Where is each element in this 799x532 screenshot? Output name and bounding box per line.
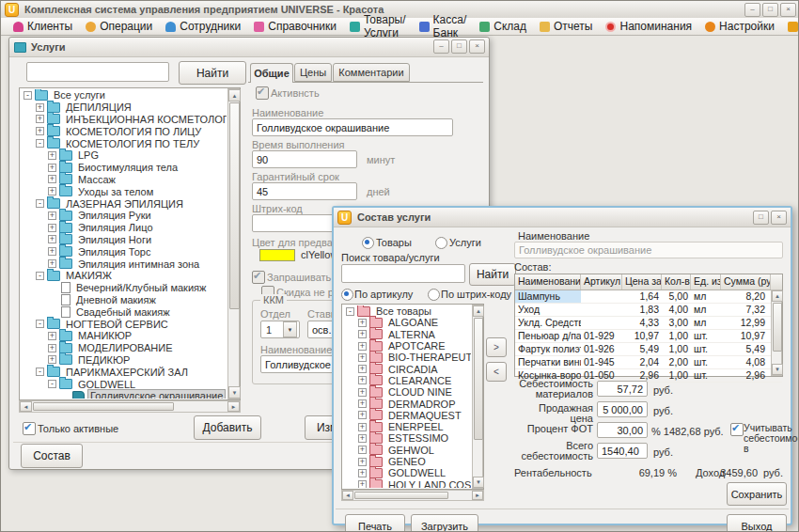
tree-expand-toggle[interactable]: - — [48, 380, 56, 388]
scroll-up-icon[interactable]: ▲ — [228, 89, 241, 102]
ask-checkbox[interactable] — [252, 271, 265, 284]
by-article-radio[interactable] — [341, 289, 353, 301]
tree-expand-toggle[interactable]: + — [36, 127, 44, 135]
service-search-input[interactable] — [26, 62, 169, 82]
table-row[interactable]: Фартук полиэти. 01-926 5,49 1,00 шт. 5,4… — [515, 343, 782, 356]
tab-comments[interactable]: Комментарии — [333, 63, 410, 82]
exit-button[interactable]: Выход — [727, 514, 787, 532]
active-checkbox[interactable] — [256, 86, 269, 100]
tab-general[interactable]: Общие — [250, 63, 293, 83]
remove-item-button[interactable]: < — [486, 362, 507, 382]
table-vertical-scrollbar[interactable]: ▲ ▼ — [771, 289, 782, 376]
minimize-button[interactable]: – — [744, 3, 760, 17]
tree-expand-toggle[interactable]: + — [48, 175, 56, 183]
tree-expand-toggle[interactable]: + — [358, 330, 367, 338]
by-barcode-radio[interactable] — [428, 289, 440, 301]
tree-expand-toggle[interactable]: + — [358, 458, 367, 466]
tree-item[interactable]: - ЛАЗЕРНАЯ ЭПИЛЯЦИЯ — [21, 197, 227, 210]
scroll-down-icon[interactable]: ▼ — [772, 364, 783, 375]
services-maximize-button[interactable]: □ — [451, 39, 467, 54]
time-input[interactable]: 90 — [252, 150, 357, 168]
col-qty[interactable]: Кол-во — [662, 274, 691, 289]
tree-expand-toggle[interactable]: + — [36, 103, 44, 112]
save-button[interactable]: Сохранить — [727, 482, 787, 506]
tree-expand-toggle[interactable]: + — [48, 164, 56, 172]
tree-expand-toggle[interactable]: - — [36, 199, 44, 208]
tree-expand-toggle[interactable]: + — [48, 247, 56, 256]
total-cost-input[interactable]: 1540,40 — [597, 443, 648, 459]
compose-button[interactable]: Состав — [21, 444, 83, 468]
add-item-button[interactable]: > — [486, 337, 507, 357]
tree-item[interactable]: + ENERPEEL — [343, 421, 471, 432]
scroll-thumb[interactable] — [474, 318, 483, 440]
table-row[interactable]: Уклд. Средства 4,33 3,00 мл 12,99 — [515, 317, 782, 330]
tree-item[interactable]: + ESTESSIMO — [343, 432, 471, 444]
table-row[interactable]: Пеньюар д/парик 01-929 10,97 1,00 шт. 10… — [515, 330, 782, 343]
tree-item[interactable]: + Эпиляция Ноги — [21, 234, 227, 246]
consider-cost-checkbox[interactable] — [730, 423, 744, 436]
tree-expand-toggle[interactable]: + — [358, 342, 367, 351]
item-find-button[interactable]: Найти — [469, 263, 516, 286]
col-unit[interactable]: Ед. изм. — [691, 274, 721, 289]
tree-vertical-scrollbar[interactable]: ▲ ▼ — [227, 88, 240, 399]
tree-item[interactable]: + Эпиляция Лицо — [21, 222, 227, 234]
tree-expand-toggle[interactable]: + — [358, 376, 367, 384]
tree-expand-toggle[interactable]: + — [48, 332, 56, 340]
dialog-maximize-button[interactable]: □ — [753, 211, 769, 225]
scroll-down-icon[interactable]: ▼ — [473, 477, 484, 488]
services-minimize-button[interactable]: – — [433, 39, 449, 54]
table-row[interactable]: Перчатки винило 01-945 2,04 2,00 шт. 4,0… — [515, 356, 782, 369]
service-find-button[interactable]: Найти — [179, 61, 246, 85]
col-article[interactable]: Артикул — [581, 274, 622, 289]
tree-expand-toggle[interactable]: + — [358, 365, 367, 373]
scroll-down-icon[interactable]: ▼ — [228, 386, 241, 399]
goods-tree-horizontal-scrollbar[interactable]: ◄ ► — [341, 490, 484, 501]
tree-item[interactable]: + Биостимуляция тела — [21, 162, 227, 174]
table-row[interactable]: Шампунь 1,64 5,00 мл 8,20 — [515, 290, 782, 304]
menu-item[interactable]: Операции — [79, 18, 159, 35]
fot-percent-input[interactable]: 30,00 — [597, 422, 648, 438]
tree-expand-toggle[interactable]: + — [358, 469, 367, 477]
tree-item[interactable]: + APOTCARE — [343, 340, 471, 352]
scroll-thumb[interactable] — [33, 402, 174, 411]
sale-price-input[interactable]: 5 000,00 — [597, 401, 648, 417]
tree-item[interactable]: + GOLDWELL — [343, 467, 471, 478]
tree-expand-toggle[interactable]: + — [358, 434, 367, 443]
tree-expand-toggle[interactable]: + — [358, 480, 367, 488]
tree-item[interactable]: + DERMADROP — [343, 398, 471, 409]
tree-item[interactable]: - GOLDWELL — [21, 378, 227, 390]
item-search-input[interactable] — [341, 264, 465, 283]
tree-item[interactable]: - НОГТЕВОЙ СЕРВИС — [21, 318, 227, 330]
tree-item[interactable]: - МАКИЯЖ — [21, 270, 227, 282]
menu-item[interactable]: Напоминания — [599, 18, 698, 35]
tree-expand-toggle[interactable]: + — [358, 446, 367, 454]
materials-cost-input[interactable]: 57,72 — [597, 381, 648, 397]
tree-expand-toggle[interactable]: + — [358, 353, 367, 362]
tree-expand-toggle[interactable]: + — [48, 211, 56, 220]
name-input[interactable]: Голливудское окрашивание — [252, 118, 453, 136]
dialog-close-button[interactable]: × — [771, 211, 787, 225]
table-row[interactable]: Уход 1,83 4,00 мл 7,32 — [515, 304, 782, 317]
kkm-dept-select[interactable]: 1 ▼ — [260, 321, 300, 338]
menu-item[interactable]: Товары/Услуги — [343, 18, 413, 35]
goods-tree-vertical-scrollbar[interactable]: ▲ ▼ — [472, 305, 483, 489]
tree-item[interactable]: + GEHWOL — [343, 445, 471, 456]
scroll-right-icon[interactable]: ► — [472, 491, 483, 500]
tree-expand-toggle[interactable]: + — [36, 115, 44, 123]
tree-item[interactable]: Дневной макияж — [21, 294, 227, 306]
scroll-left-icon[interactable]: ◄ — [342, 491, 353, 500]
tree-item[interactable]: + LPG — [21, 149, 227, 162]
scroll-thumb[interactable] — [773, 303, 782, 352]
tree-expand-toggle[interactable]: + — [48, 259, 56, 268]
menu-item[interactable]: Справочники — [247, 18, 343, 35]
tree-item[interactable]: + CLEARANCE — [343, 375, 471, 386]
menu-item[interactable]: Касса/Банк — [413, 18, 474, 35]
tree-expand-toggle[interactable]: - — [36, 139, 44, 148]
tab-prices[interactable]: Цены — [294, 63, 332, 82]
tree-item[interactable]: + BIO-THERAPEUTIC — [343, 352, 471, 363]
tree-item[interactable]: + ALTERNA — [343, 329, 471, 340]
tree-expand-toggle[interactable]: - — [36, 368, 44, 376]
menu-item[interactable]: Отчеты — [533, 18, 599, 35]
menu-item[interactable]: Сотрудники — [159, 18, 247, 35]
tree-item[interactable]: + ALGOANE — [343, 317, 471, 328]
